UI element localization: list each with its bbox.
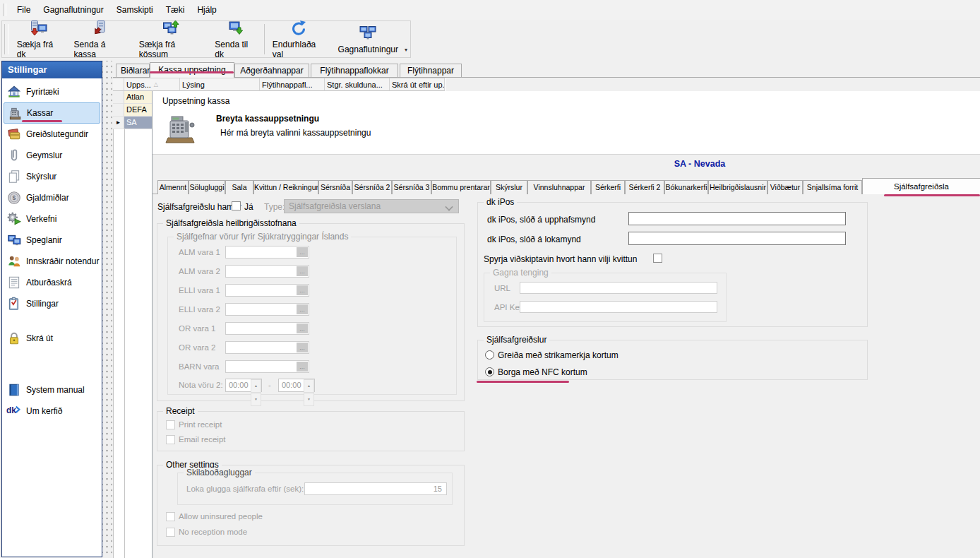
- sidebar-item-speglanir[interactable]: Speglanir: [4, 230, 100, 251]
- menu-gagnaflutningur[interactable]: Gagnaflutningur: [37, 0, 109, 20]
- tab-serkerfi[interactable]: Sérkerfi: [591, 180, 625, 194]
- browse-ellipsis-button[interactable]: ...: [297, 304, 308, 314]
- spin-down-icon[interactable]: ▼: [304, 393, 314, 406]
- menu-samskipti[interactable]: Samskipti: [110, 0, 160, 20]
- send-to-register-button[interactable]: Senda á kassa: [68, 21, 133, 57]
- tab-bidlarar[interactable]: Biðlarar: [116, 64, 150, 77]
- no-reception-checkbox[interactable]: [166, 528, 175, 537]
- tab-vinnsluhnappar[interactable]: Vinnsluhnappar: [527, 180, 591, 194]
- other-settings-group: Other settings Skilaboðagluggar Loka glu…: [157, 465, 465, 546]
- tab-adgerdahnappar[interactable]: Aðgerðahnappar: [234, 64, 309, 77]
- table-header-flytihnappafl[interactable]: Flýtihnappafl...: [260, 78, 325, 91]
- time-to-spinner[interactable]: 00:00▲▼: [278, 379, 315, 392]
- fetch-from-registers-button[interactable]: Sækja frá kössum: [133, 21, 209, 57]
- sidebar-item-system-manual[interactable]: System manual: [4, 379, 100, 400]
- ask-receipt-checkbox[interactable]: [653, 254, 662, 263]
- tab-bokunarkerfi[interactable]: Bókunarkerfi: [664, 180, 708, 194]
- browse-ellipsis-button[interactable]: ...: [297, 247, 308, 257]
- tab-sersnida-3[interactable]: Sérsníða 3: [392, 180, 431, 194]
- sidebar-item-verkefni[interactable]: Verkefni: [4, 208, 100, 230]
- default-products-group-title: Sjálfgefnar vörur fyrir Sjúkratryggingar…: [174, 232, 351, 242]
- tab-sjalfsafgreidsla[interactable]: Sjálfsafgreiðsla: [862, 178, 980, 194]
- tab-kvittun-reikningur[interactable]: Kvittun / Reikningur: [253, 180, 318, 194]
- sidebar-splitter[interactable]: [102, 61, 112, 557]
- sidebar-item-skyrslur[interactable]: Skýrslur: [4, 166, 100, 187]
- sidebar-item-stillingar[interactable]: Stillingar: [4, 293, 100, 314]
- sidebar-item-geymslur[interactable]: Geymslur: [4, 145, 100, 166]
- sidebar-item-um-kerfid[interactable]: dk Um kerfið: [4, 400, 100, 422]
- sidebar-item-atburdaskra[interactable]: Atburðaskrá: [4, 272, 100, 293]
- toolbar-grip[interactable]: [4, 24, 8, 54]
- tab-solugluggi[interactable]: Sölugluggi: [189, 180, 225, 194]
- print-receipt-checkbox[interactable]: [166, 420, 175, 429]
- spin-up-icon[interactable]: ▲: [251, 379, 261, 393]
- table-header-lysing[interactable]: Lýsing: [180, 78, 260, 91]
- spin-up-icon[interactable]: ▲: [304, 379, 314, 393]
- sidebar-item-fyrirtaeki[interactable]: Fyrirtæki: [4, 81, 100, 102]
- selfservice-type-dropdown[interactable]: Sjálfsafgreiðsla verslana: [284, 199, 459, 213]
- browse-ellipsis-button[interactable]: ...: [297, 343, 308, 352]
- data-transfer-button[interactable]: Gagnaflutningur: [332, 21, 405, 57]
- table-header-upps[interactable]: Upps...△: [124, 78, 180, 91]
- tab-sersnida-2[interactable]: Sérsníða 2: [352, 180, 392, 194]
- elli-vara-1-input[interactable]: ...: [225, 284, 309, 297]
- api-key-input[interactable]: [520, 301, 717, 313]
- pay-barcode-radio[interactable]: [485, 350, 494, 360]
- tab-sersnida[interactable]: Sérsníða: [318, 180, 352, 194]
- selfservice-mode-checkbox[interactable]: [232, 201, 241, 210]
- menu-grip[interactable]: [3, 4, 6, 16]
- send-to-dk-button[interactable]: Senda til dk: [208, 21, 263, 57]
- ipos-start-image-label: dk iPos, slóð á upphafsmynd: [487, 215, 595, 225]
- browse-ellipsis-button[interactable]: ...: [297, 323, 308, 333]
- tab-serkerfi-2[interactable]: Sérkerfi 2: [625, 180, 664, 194]
- tab-sala[interactable]: Sala: [225, 180, 253, 194]
- tab-almennt[interactable]: Almennt: [157, 180, 189, 194]
- fetch-from-dk-button[interactable]: Sækja frá dk: [11, 21, 68, 57]
- browse-ellipsis-button[interactable]: ...: [297, 266, 308, 276]
- selfservice-payments-group: Sjálfsafgreiðslur Greiða með strikamerkj…: [477, 340, 868, 380]
- url-input[interactable]: [520, 282, 717, 294]
- pay-nfc-radio[interactable]: [485, 367, 494, 376]
- tab-vidbaetur[interactable]: Viðbætur: [767, 180, 803, 194]
- row-selector-cell[interactable]: [113, 104, 124, 117]
- toolbar-overflow-arrow[interactable]: ▾: [405, 47, 410, 57]
- reload-selection-button[interactable]: Endurhlaða val: [266, 21, 332, 57]
- menu-taeki[interactable]: Tæki: [160, 0, 191, 20]
- tab-flytihnappaflokkar[interactable]: Flýtihnappaflokkar: [311, 64, 398, 77]
- email-receipt-checkbox[interactable]: [166, 435, 175, 444]
- elli-vara-2-input[interactable]: ...: [225, 303, 309, 316]
- sidebar-item-greidslutegundir[interactable]: Greiðslutegundir: [4, 124, 100, 145]
- sidebar-item-skra-ut[interactable]: Skrá út: [4, 328, 100, 349]
- menu-file[interactable]: File: [11, 0, 37, 20]
- sidebar-item-innskradir-notendur[interactable]: Innskráðir notendur: [4, 251, 100, 272]
- or-vara-2-input[interactable]: ...: [225, 341, 309, 354]
- sidebar-item-gjaldmidlar[interactable]: $ Gjaldmiðlar: [4, 187, 100, 208]
- allow-uninsured-checkbox[interactable]: [166, 512, 175, 521]
- spin-down-icon[interactable]: ▼: [251, 393, 261, 406]
- browse-ellipsis-button[interactable]: ...: [297, 362, 308, 372]
- tab-snjallsima-forrit[interactable]: Snjallsíma forrit: [803, 180, 862, 194]
- table-header-stgr-skulduna[interactable]: Stgr. skulduna...: [325, 78, 390, 91]
- ipos-start-image-input[interactable]: [628, 212, 846, 225]
- auto-close-seconds-input[interactable]: 15: [304, 482, 447, 495]
- menu-hjalp[interactable]: Hjálp: [191, 0, 222, 20]
- tab-kassa-uppsetning[interactable]: Kassa uppsetning: [150, 62, 234, 78]
- alm-vara-2-input[interactable]: ...: [225, 265, 309, 278]
- table-header-skra-ut-eftir[interactable]: Skrá út eftir up...: [390, 78, 445, 91]
- tab-skyrslur[interactable]: Skýrslur: [491, 180, 527, 194]
- row-selector-cell[interactable]: [113, 91, 124, 104]
- tab-flytihnappar[interactable]: Flýtihnappar: [400, 64, 462, 77]
- pay-nfc-label: Borga með NFC kortum: [498, 367, 587, 377]
- sidebar-item-label: Geymslur: [26, 150, 62, 160]
- ipos-end-image-input[interactable]: [628, 232, 846, 245]
- browse-ellipsis-button[interactable]: ...: [297, 285, 308, 295]
- tab-bommu-prentarar[interactable]: Bommu prentarar: [431, 180, 491, 194]
- time-from-spinner[interactable]: 00:00▲▼: [225, 379, 262, 392]
- alm-vara-1-input[interactable]: ...: [225, 246, 309, 259]
- or-vara-1-input[interactable]: ...: [225, 322, 309, 335]
- app-window: File Gagnaflutningur Samskipti Tæki Hjál…: [0, 0, 980, 558]
- row-selector-cell[interactable]: ►: [113, 117, 124, 129]
- dialog-subtitle: Hér má breyta valinni kassauppsetningu: [220, 128, 371, 138]
- tab-heilbrigdislausnir[interactable]: Heilbrigðislausnir: [708, 180, 767, 194]
- barn-vara-input[interactable]: ...: [225, 360, 309, 373]
